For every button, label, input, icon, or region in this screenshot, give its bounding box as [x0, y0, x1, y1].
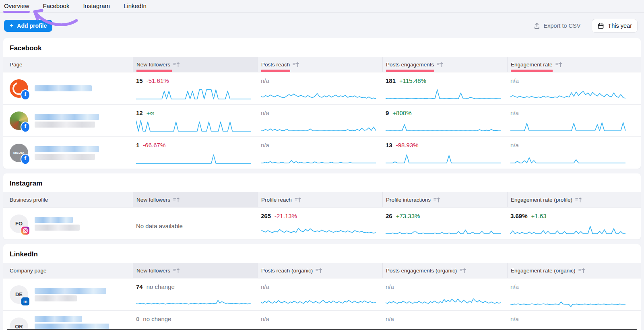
column-header[interactable]: Posts reach	[258, 57, 382, 72]
metric-value: n/a	[261, 109, 269, 116]
profile-avatar: FO	[10, 214, 28, 233]
trend-sparkline	[386, 220, 501, 237]
trend-sparkline	[386, 85, 501, 102]
metric-cell: n/a	[382, 278, 507, 310]
column-header[interactable]: Posts engagements (organic)	[382, 263, 507, 278]
profile-name-redacted[interactable]	[35, 216, 80, 231]
instagram-badge-icon	[21, 227, 29, 235]
metric-value: 3.69%	[510, 212, 528, 219]
metric-cell: n/a	[507, 105, 641, 136]
date-range-button[interactable]: This year	[592, 19, 638, 33]
metric-cell: 181+115.48%	[382, 72, 507, 104]
entity-cell: f	[3, 72, 133, 104]
metric-cell: 74no change	[133, 278, 258, 310]
metric-cell: n/a	[507, 72, 641, 104]
table-header-row: Page New followers Posts reach Posts eng…	[3, 57, 641, 72]
metric-value: 15	[136, 77, 143, 84]
metric-value: 1	[136, 142, 139, 148]
delta-value: -98.93%	[396, 142, 419, 148]
column-header[interactable]: Engagement rate (organic)	[507, 263, 641, 278]
trend-sparkline	[386, 149, 501, 166]
column-header[interactable]: New followers	[133, 263, 258, 278]
metric-cell: 13-98.93%	[382, 137, 507, 169]
toolbar: + Add profile Export to CSV This year	[0, 12, 644, 38]
section-title: LinkedIn	[3, 244, 641, 263]
linkedin-badge-icon: in	[21, 297, 29, 305]
metric-cell: n/a	[507, 137, 641, 169]
metric-cell: n/a	[258, 311, 382, 330]
trend-sparkline	[510, 85, 625, 102]
entity-cell: MEDIAf	[3, 137, 133, 169]
no-data-text: No data available	[136, 211, 253, 239]
column-header[interactable]: New followers	[133, 57, 258, 72]
entity-column-header: Business profile	[3, 192, 133, 207]
metric-cell: 9+800%	[382, 105, 507, 136]
profile-name-redacted[interactable]	[35, 113, 99, 128]
metric-cell: n/a	[258, 278, 382, 310]
app: { "colors":{ "accent_blue":"#0d87ee","sp…	[0, 0, 644, 330]
tab-overview[interactable]: Overview	[4, 0, 29, 12]
metric-value: 74	[136, 283, 143, 290]
delta-value: +73.33%	[396, 212, 420, 219]
column-header[interactable]: Profile interactions	[382, 192, 507, 207]
trend-sparkline	[510, 149, 625, 166]
metric-cell: n/a	[507, 278, 641, 310]
profile-name-redacted[interactable]	[35, 145, 99, 161]
share-indicator-bar	[511, 70, 553, 72]
sort-icon	[173, 62, 180, 68]
profile-avatar: MEDIAf	[10, 144, 28, 162]
entity-column-header: Company page	[3, 263, 133, 278]
column-header[interactable]: Profile reach	[258, 192, 382, 207]
column-header[interactable]: Engagement rate (profile)	[507, 192, 641, 207]
export-csv-button[interactable]: Export to CSV	[534, 23, 580, 29]
metric-value: n/a	[261, 142, 269, 148]
delta-value: -66.67%	[143, 142, 165, 148]
column-header[interactable]: Posts engagements	[382, 57, 507, 72]
add-profile-label: Add profile	[17, 23, 47, 29]
metric-cell: 0no change	[133, 311, 258, 330]
column-header[interactable]: New followers	[133, 192, 258, 207]
trend-sparkline	[261, 220, 376, 237]
entity-cell: f	[3, 105, 133, 136]
share-indicator-bar	[261, 70, 290, 72]
metric-value: n/a	[510, 109, 519, 116]
add-profile-button[interactable]: + Add profile	[4, 20, 52, 32]
sort-icon	[173, 197, 180, 203]
metric-cell: n/a	[258, 105, 382, 136]
tab-linkedin[interactable]: LinkedIn	[124, 0, 147, 12]
sort-icon	[575, 197, 582, 203]
metric-cell: n/a	[382, 311, 507, 330]
date-range-label: This year	[608, 23, 632, 29]
metric-value: 265	[261, 212, 271, 219]
metric-value: n/a	[510, 283, 519, 290]
metric-value: 26	[386, 212, 392, 219]
metric-cell: 3.69%+1.63	[507, 208, 641, 239]
metric-value: 181	[386, 77, 396, 84]
share-indicator-bar	[386, 70, 434, 72]
column-header[interactable]: Engagement rate	[507, 57, 641, 72]
profile-avatar: f	[10, 79, 28, 98]
entity-cell: FO	[3, 208, 133, 239]
upload-icon	[534, 23, 540, 29]
metric-cell: No data available	[133, 208, 258, 239]
sort-icon	[437, 62, 444, 68]
metric-value: 0	[136, 316, 139, 322]
tab-facebook[interactable]: Facebook	[43, 0, 70, 12]
table-row: DEin 74no change n/a n/a n/a	[3, 278, 641, 310]
sort-icon	[316, 268, 322, 274]
profile-avatar: DEin	[10, 285, 28, 304]
profile-name-redacted[interactable]	[35, 85, 92, 92]
trend-sparkline	[261, 85, 376, 102]
facebook-badge-icon: f	[21, 122, 29, 132]
table-row: ORin 0no change n/a n/a n/a	[3, 310, 641, 330]
column-header[interactable]: Posts reach (organic)	[258, 263, 382, 278]
profile-avatar: ORin	[10, 318, 28, 330]
facebook-badge-icon: f	[21, 155, 29, 164]
metric-value: n/a	[386, 316, 394, 322]
profile-name-redacted[interactable]	[35, 315, 109, 330]
tab-instagram[interactable]: Instagram	[83, 0, 110, 12]
profile-name-redacted[interactable]	[35, 287, 106, 302]
sort-icon	[460, 268, 466, 274]
profile-avatar: f	[10, 111, 28, 130]
delta-value: +∞	[147, 109, 154, 116]
